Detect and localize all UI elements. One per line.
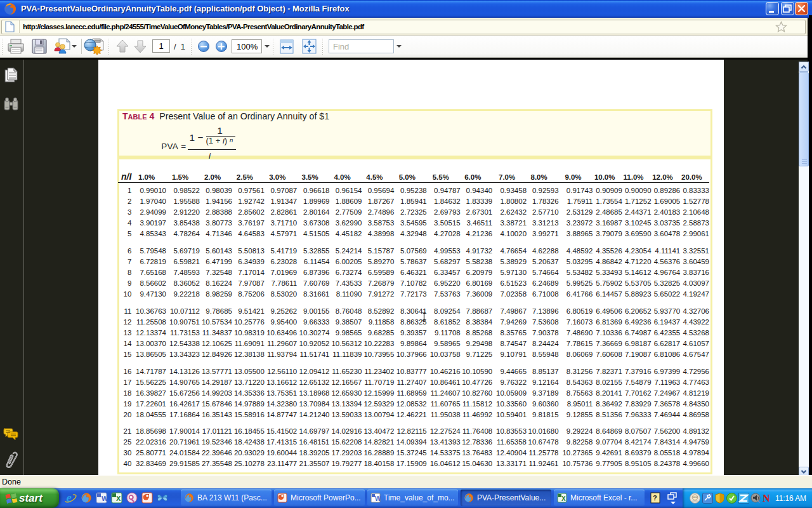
svg-text:W: W (375, 495, 381, 502)
svg-text:X: X (116, 495, 121, 502)
svg-text:N: N (763, 493, 770, 504)
svg-text:X: X (561, 495, 566, 502)
svg-text:?: ? (653, 494, 657, 502)
svg-text:W: W (102, 495, 107, 502)
